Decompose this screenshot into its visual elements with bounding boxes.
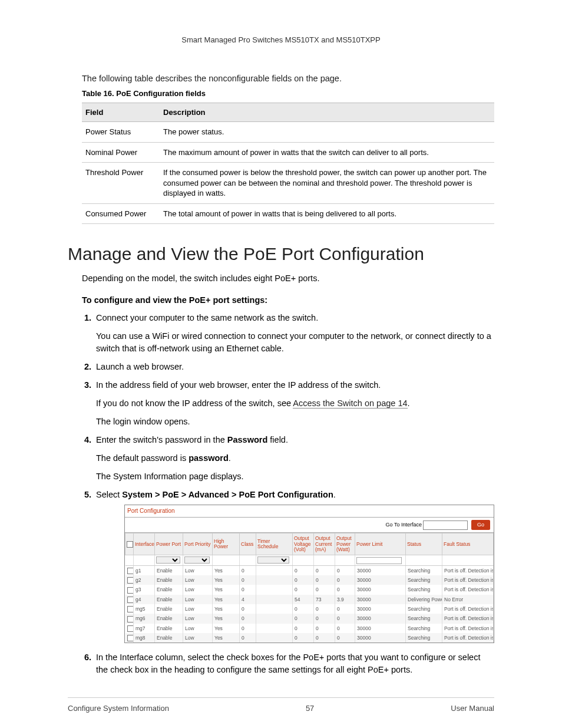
checkbox-icon[interactable] [127, 587, 134, 594]
text: . [229, 453, 231, 463]
th-output-current: Output Current (mA) [314, 533, 335, 555]
cell-limit: 30000 [355, 595, 406, 604]
cell-power: 3.9 [335, 595, 355, 604]
cell-current: 0 [314, 633, 335, 643]
document-header: Smart Managed Pro Switches MS510TX and M… [68, 35, 494, 44]
table-row: Consumed PowerThe total amount of power … [82, 203, 494, 224]
port-config-table: Interface Power Port Port Priority High … [125, 533, 494, 643]
cell-status: Searching [406, 604, 442, 614]
footer-right: User Manual [451, 704, 494, 713]
go-button[interactable]: Go [471, 520, 490, 530]
checkbox-icon[interactable] [127, 625, 134, 632]
panel-title: Port Configuration [125, 505, 494, 518]
th-power-limit: Power Limit [355, 533, 406, 555]
th-port-priority: Port Priority [183, 533, 213, 555]
step-paragraph: The System Information page displays. [96, 470, 494, 483]
cell-class: 0 [240, 604, 256, 614]
cell-status: Searching [406, 575, 442, 585]
th-output-voltage: Output Voltage (Volt) [293, 533, 314, 555]
power-port-select[interactable] [156, 556, 180, 564]
port-priority-select[interactable] [184, 556, 210, 564]
cell-power: 0 [335, 575, 355, 585]
cell-high-power: Yes [213, 614, 240, 623]
table-caption: Table 16. PoE Configuration fields [82, 89, 494, 98]
cell-status: Searching [406, 585, 442, 594]
section-title: Manage and View the PoE Port Configurati… [68, 244, 494, 264]
timer-schedule-select[interactable] [257, 556, 289, 564]
text: Enter the switch's password in the [96, 435, 227, 444]
xref-link[interactable]: Access the Switch on page 14 [293, 398, 407, 409]
cell-power-port: Enable [155, 614, 183, 623]
table-row: Nominal PowerThe maximum amount of power… [82, 142, 494, 163]
cell-high-power: Yes [213, 585, 240, 594]
th-fault-status: Fault Status [442, 533, 494, 555]
cell-high-power: Yes [213, 624, 240, 633]
cell-voltage: 54 [293, 595, 314, 604]
table-row: g1EnableLowYes000030000SearchingPort is … [125, 565, 494, 575]
text: If you do not know the IP address of the… [96, 398, 293, 408]
cell-class: 0 [240, 565, 256, 575]
table-row: g4EnableLowYes454733.930000Delivering Po… [125, 595, 494, 604]
cell-power-port: Enable [155, 565, 183, 575]
cell-voltage: 0 [293, 633, 314, 643]
cell-timer [256, 595, 293, 604]
th-high-power: High Power [213, 533, 240, 555]
step-1: Connect your computer to the same networ… [94, 312, 494, 355]
goto-interface-input[interactable] [423, 521, 468, 530]
cell-priority: Low [183, 575, 213, 585]
cell-class: 4 [240, 595, 256, 604]
cell-priority: Low [183, 624, 213, 633]
cell-status: Searching [406, 633, 442, 643]
th-select-all[interactable] [125, 533, 134, 555]
checkbox-icon[interactable] [127, 568, 134, 574]
cell-field: Power Status [82, 122, 160, 143]
checkbox-icon[interactable] [127, 577, 134, 584]
cell-timer [256, 565, 293, 575]
table-row: mg7EnableLowYes000030000SearchingPort is… [125, 624, 494, 633]
cell-interface: mg8 [134, 633, 155, 643]
cell-voltage: 0 [293, 575, 314, 585]
step-paragraph: If you do not know the IP address of the… [96, 397, 494, 410]
cell-timer [256, 604, 293, 614]
th-power-port: Power Port [155, 533, 183, 555]
cell-desc: The maximum amount of power in watts tha… [160, 142, 494, 163]
cell-timer [256, 633, 293, 643]
cell-power-port: Enable [155, 633, 183, 643]
cell-fault: Port is off. Detection is in process [442, 633, 494, 643]
cell-priority: Low [183, 633, 213, 643]
cell-voltage: 0 [293, 604, 314, 614]
cell-status: Delivering Power [406, 595, 442, 604]
checkbox-icon[interactable] [127, 541, 133, 548]
bold-text: System > PoE > Advanced > PoE Port Confi… [122, 490, 333, 499]
bold-text: Password [227, 435, 268, 444]
cell-power-port: Enable [155, 604, 183, 614]
cell-class: 0 [240, 614, 256, 623]
cell-priority: Low [183, 565, 213, 575]
checkbox-icon[interactable] [127, 635, 134, 641]
cell-interface: mg7 [134, 624, 155, 633]
cell-high-power: Yes [213, 604, 240, 614]
poe-config-fields-table: Field Description Power StatusThe power … [82, 103, 494, 224]
cell-desc: The power status. [160, 122, 494, 143]
th-output-power: Output Power (Watt) [335, 533, 355, 555]
procedure-heading: To configure and view the PoE+ port sett… [82, 295, 494, 305]
intro-paragraph: The following table describes the noncon… [82, 74, 494, 83]
cell-high-power: Yes [213, 633, 240, 643]
checkbox-icon[interactable] [127, 616, 134, 622]
cell-limit: 30000 [355, 565, 406, 575]
cell-desc: If the consumed power is below the thres… [160, 163, 494, 204]
procedure-steps: Connect your computer to the same networ… [82, 312, 494, 677]
footer-left: Configure System Information [68, 704, 169, 713]
cell-timer [256, 575, 293, 585]
section-intro: Depending on the model, the switch inclu… [82, 272, 494, 284]
table-row: mg5EnableLowYes000030000SearchingPort is… [125, 604, 494, 614]
power-limit-input[interactable] [356, 557, 402, 564]
cell-class: 0 [240, 575, 256, 585]
cell-current: 0 [314, 624, 335, 633]
checkbox-icon[interactable] [127, 597, 134, 603]
step-6: In the Interface column, select the chec… [94, 651, 494, 676]
step-4: Enter the switch's password in the Passw… [94, 434, 494, 483]
checkbox-icon[interactable] [127, 606, 134, 612]
step-2: Launch a web browser. [94, 361, 494, 373]
goto-label: Go To Interface [386, 522, 422, 528]
